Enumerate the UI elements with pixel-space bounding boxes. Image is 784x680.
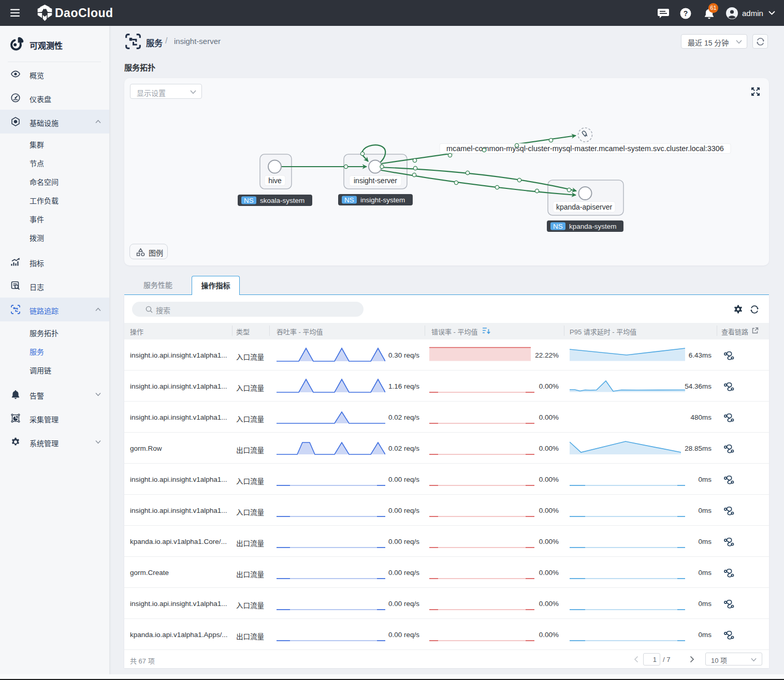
svg-text:insight-server: insight-server xyxy=(354,176,397,185)
svg-text:NS: NS xyxy=(244,197,254,204)
svg-text:hive: hive xyxy=(268,176,282,185)
svg-text:kpanda-apiserver: kpanda-apiserver xyxy=(556,203,613,211)
svg-text:insight-system: insight-system xyxy=(360,196,405,204)
svg-text:NS: NS xyxy=(344,196,354,204)
svg-text:NS: NS xyxy=(553,223,563,230)
svg-text:mcamel-common-mysql-cluster-my: mcamel-common-mysql-cluster-mysql-master… xyxy=(446,144,724,153)
svg-text:kpanda-system: kpanda-system xyxy=(569,223,617,230)
svg-text:skoala-system: skoala-system xyxy=(260,197,304,204)
svg-text:?: ? xyxy=(684,9,688,18)
